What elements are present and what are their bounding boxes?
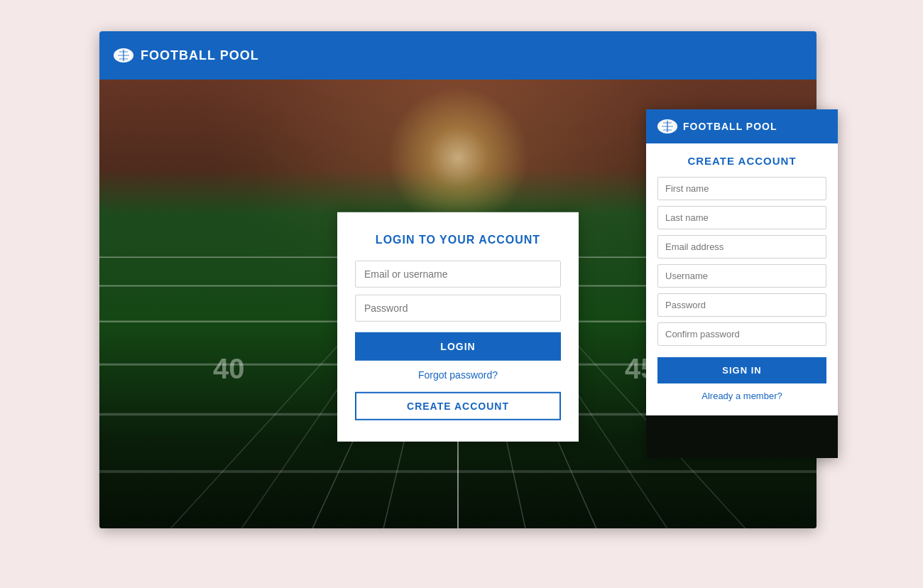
email-address-input[interactable] [657, 235, 826, 258]
login-button[interactable]: LOGIN [355, 332, 561, 361]
create-account-title: CREATE ACCOUNT [657, 155, 826, 167]
confirm-password-input[interactable] [657, 322, 826, 346]
secondary-football-icon [657, 119, 677, 134]
svg-text:40: 40 [213, 353, 244, 384]
main-header: FOOTBALL POOL [99, 31, 816, 80]
login-form-container: LOGIN TO YOUR ACCOUNT LOGIN Forgot passw… [337, 212, 579, 442]
password-input[interactable] [355, 295, 561, 322]
secondary-header-title: FOOTBALL POOL [683, 121, 777, 132]
login-title: LOGIN TO YOUR ACCOUNT [355, 234, 561, 246]
first-name-input[interactable] [657, 177, 826, 200]
secondary-form-body: CREATE ACCOUNT SIGN IN Already a member? [646, 143, 838, 415]
forgot-password-link[interactable]: Forgot password? [355, 369, 561, 381]
email-input[interactable] [355, 261, 561, 288]
main-header-title: FOOTBALL POOL [141, 48, 259, 63]
username-input[interactable] [657, 264, 826, 288]
sign-in-button[interactable]: SIGN IN [657, 357, 826, 383]
secondary-bottom-strip [646, 415, 838, 458]
secondary-header: FOOTBALL POOL [646, 109, 838, 143]
football-icon [114, 48, 133, 62]
last-name-input[interactable] [657, 206, 826, 229]
secondary-create-card: FOOTBALL POOL CREATE ACCOUNT SIGN IN Alr… [646, 109, 838, 458]
already-member-link[interactable]: Already a member? [657, 391, 826, 401]
create-password-input[interactable] [657, 293, 826, 317]
scene: FOOTBALL POOL [99, 31, 824, 557]
create-account-button[interactable]: CREATE ACCOUNT [355, 392, 561, 420]
